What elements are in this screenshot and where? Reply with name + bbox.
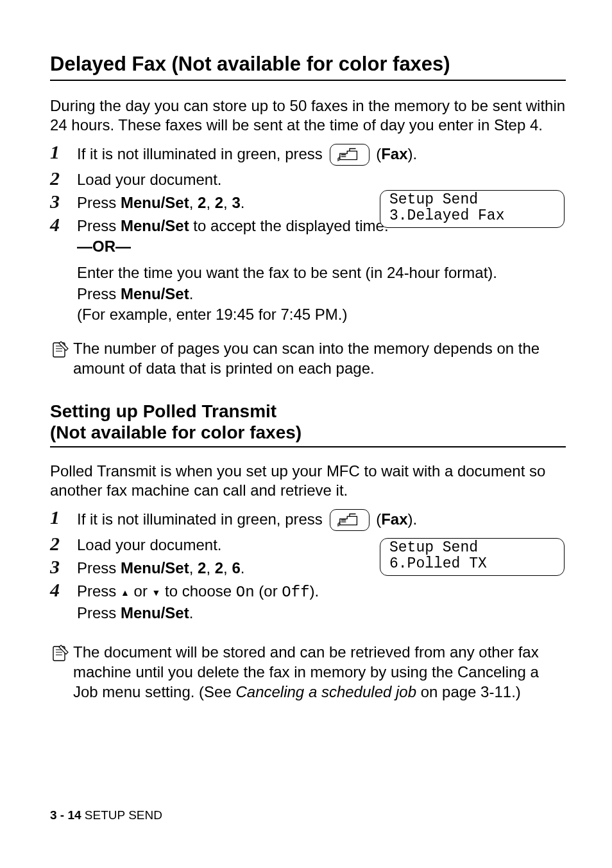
page-number: 3 - 14 (50, 808, 81, 822)
menu-set-label: Menu/Set (121, 285, 189, 302)
key-digit: 2 (198, 559, 206, 577)
fax-label: Fax (381, 145, 407, 162)
text: , (189, 194, 198, 211)
note-icon (50, 643, 72, 668)
text: to accept the displayed time. (189, 217, 389, 234)
text: If it is not illuminated in green, press (77, 145, 327, 162)
lcd-display-delayed-fax: Setup Send 3.Delayed Fax (380, 190, 565, 228)
note-text: The number of pages you can scan into th… (73, 339, 566, 378)
step-number: 2 (50, 534, 77, 554)
footer-section: SETUP SEND (81, 808, 162, 822)
text: ). (408, 511, 418, 528)
intro-polled-transmit: Polled Transmit is when you set up your … (50, 462, 566, 501)
menu-set-label: Menu/Set (121, 559, 189, 577)
text: to choose (160, 582, 235, 600)
text: ( (372, 145, 382, 162)
text: Enter the time you want the fax to be se… (77, 263, 566, 283)
note-icon (50, 339, 72, 365)
lcd-display-polled-tx: Setup Send 6.Polled TX (380, 538, 565, 576)
fax-label: Fax (381, 511, 407, 528)
key-digit: 2 (198, 194, 206, 211)
step-number: 1 (50, 142, 77, 162)
step-text: Press ▲ or ▼ to choose On (or Off). Pres… (77, 580, 566, 623)
text: or (130, 582, 152, 600)
text: , (223, 559, 232, 577)
text: (For example, enter 19:45 for 7:45 PM.) (77, 305, 566, 325)
text: , (189, 559, 198, 577)
text: Press (77, 582, 121, 600)
key-digit: 3 (232, 194, 240, 211)
text: Press (77, 604, 121, 621)
fax-icon (330, 144, 370, 166)
text: ). (408, 145, 418, 162)
text: Press (77, 217, 121, 234)
text: Press (77, 559, 121, 577)
text: ). (310, 582, 319, 600)
note-polled-transmit: The document will be stored and can be r… (50, 643, 566, 702)
page-footer: 3 - 14 SETUP SEND (50, 808, 162, 823)
text: on page 3-11.) (416, 683, 521, 700)
key-digit: 2 (215, 559, 223, 577)
text: If it is not illuminated in green, press (77, 511, 327, 528)
option-on: On (236, 584, 255, 601)
key-digit: 6 (232, 559, 240, 577)
menu-set-label: Menu/Set (121, 604, 189, 621)
step-number: 4 (50, 580, 77, 600)
step-number: 3 (50, 557, 77, 577)
text: ( (372, 511, 382, 528)
fax-icon (330, 509, 370, 531)
intro-delayed-fax: During the day you can store up to 50 fa… (50, 96, 566, 135)
heading-polled-transmit: Setting up Polled Transmit (Not availabl… (50, 401, 566, 447)
menu-set-label: Menu/Set (121, 217, 189, 234)
step-text: If it is not illuminated in green, press… (77, 507, 566, 532)
menu-set-label: Menu/Set (121, 194, 189, 211)
option-off: Off (282, 584, 309, 601)
key-digit: 2 (215, 194, 223, 211)
text: . (189, 285, 194, 302)
text: . (189, 604, 194, 621)
step-number: 4 (50, 214, 77, 235)
text: . (241, 559, 245, 577)
text: , (206, 194, 214, 211)
note-delayed-fax: The number of pages you can scan into th… (50, 339, 566, 378)
text: Press (77, 285, 121, 302)
or-separator: —OR— (77, 238, 131, 255)
steps-delayed-fax: 1 If it is not illuminated in green, pre… (50, 142, 566, 325)
step-number: 2 (50, 168, 77, 189)
step-text: Press Menu/Set to accept the displayed t… (77, 214, 566, 326)
step-number: 1 (50, 507, 77, 528)
up-arrow-icon: ▲ (121, 587, 130, 598)
down-arrow-icon: ▼ (152, 587, 161, 598)
text: , (206, 559, 214, 577)
text: Press (77, 194, 121, 211)
text: (or (255, 582, 282, 600)
step-text: If it is not illuminated in green, press… (77, 142, 566, 167)
heading-delayed-fax: Delayed Fax (Not available for color fax… (50, 51, 566, 81)
step-text: Load your document. (77, 168, 566, 190)
step-number: 3 (50, 191, 77, 212)
text: , (223, 194, 232, 211)
note-text: The document will be stored and can be r… (73, 643, 566, 702)
cross-reference: Canceling a scheduled job (235, 683, 416, 700)
text: . (241, 194, 245, 211)
